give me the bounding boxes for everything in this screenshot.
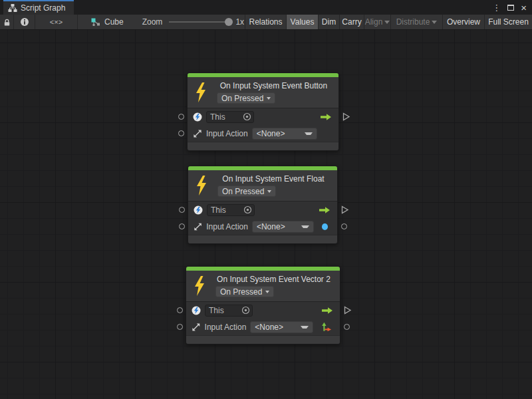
- event-type-dropdown[interactable]: On Pressed: [215, 286, 274, 297]
- input-action-icon: [194, 222, 202, 231]
- input-action-dropdown[interactable]: <None>: [252, 221, 314, 233]
- carry-button[interactable]: Carry: [339, 15, 364, 29]
- event-type-dropdown[interactable]: On Pressed: [217, 186, 276, 197]
- value-input-port[interactable]: [177, 324, 183, 330]
- event-bolt-icon: [194, 276, 205, 296]
- chevron-down-icon: [265, 291, 269, 293]
- zoom-value: 1x: [235, 17, 244, 27]
- chevron-down-icon: [384, 21, 390, 24]
- chevron-down-icon: [432, 21, 437, 24]
- input-action-row: Input Action <None>: [186, 319, 340, 335]
- object-picker-icon[interactable]: [243, 112, 251, 121]
- this-object-field[interactable]: This: [205, 305, 253, 317]
- window-menu-icon[interactable]: ⋮: [492, 3, 501, 12]
- code-view-button[interactable]: <×>: [35, 15, 78, 29]
- node-title: On Input System Event Float: [215, 174, 332, 184]
- distribute-button[interactable]: Distribute: [390, 15, 442, 29]
- graph-reference[interactable]: Cube: [91, 15, 124, 29]
- node-on-input-system-event-float[interactable]: On Input System Event Float On Pressed T…: [188, 166, 338, 244]
- control-output-port[interactable]: [340, 205, 349, 214]
- this-event-icon: [192, 306, 201, 315]
- overview-label: Overview: [447, 17, 480, 27]
- this-object-field[interactable]: This: [207, 204, 255, 216]
- node-on-input-system-event-vector2[interactable]: On Input System Event Vector 2 On Presse…: [186, 266, 340, 344]
- zoom-control: Zoom 1x: [142, 15, 244, 29]
- script-graph-window: Script Graph ⋮ × <×>: [0, 0, 532, 399]
- zoom-slider-handle[interactable]: [225, 18, 233, 26]
- chevron-down-icon: [301, 225, 309, 228]
- graph-canvas[interactable]: On Input System Event Button On Pressed …: [0, 30, 532, 399]
- this-field-value: This: [207, 205, 243, 215]
- align-button[interactable]: Align: [364, 15, 390, 29]
- full-screen-button[interactable]: Full Screen: [484, 15, 532, 29]
- target-row: This: [186, 302, 340, 319]
- dim-label: Dim: [322, 17, 336, 27]
- info-button[interactable]: [14, 15, 35, 29]
- node-header: On Input System Event Float On Pressed: [188, 170, 337, 201]
- control-output-port[interactable]: [342, 112, 350, 121]
- maximize-icon[interactable]: [507, 5, 514, 11]
- input-action-icon: [192, 323, 201, 332]
- chevron-down-icon: [301, 326, 309, 329]
- control-output-arrow-icon: [321, 307, 333, 315]
- this-field-value: This: [205, 306, 241, 315]
- event-type-value: On Pressed: [222, 187, 264, 196]
- tab-script-graph[interactable]: Script Graph: [3, 0, 74, 15]
- input-action-row: Input Action <None>: [188, 125, 338, 142]
- tab-bar: Script Graph ⋮ ×: [0, 0, 532, 15]
- node-header: On Input System Event Vector 2 On Presse…: [186, 271, 340, 302]
- relations-button[interactable]: Relations: [245, 15, 286, 29]
- control-output-port[interactable]: [343, 306, 352, 315]
- event-type-value: On Pressed: [220, 287, 262, 297]
- this-field-value: This: [207, 112, 243, 122]
- event-type-dropdown[interactable]: On Pressed: [217, 92, 275, 104]
- script-machine-icon: [91, 18, 100, 27]
- control-output-arrow-icon: [320, 113, 332, 121]
- control-input-port[interactable]: [178, 114, 184, 120]
- chevron-down-icon: [267, 190, 271, 193]
- event-bolt-icon: [196, 176, 207, 196]
- relations-label: Relations: [249, 17, 282, 27]
- chevron-down-icon: [267, 97, 271, 100]
- info-icon: [20, 17, 29, 27]
- this-event-icon: [194, 205, 203, 215]
- float-value-icon: [322, 223, 328, 230]
- object-picker-icon[interactable]: [243, 205, 252, 214]
- node-title: On Input System Event Vector 2: [213, 275, 334, 284]
- control-input-port[interactable]: [179, 207, 185, 213]
- toolbar-button-group: Relations Values Dim Carry Align Distrib…: [245, 15, 532, 29]
- chevron-down-icon: [305, 132, 313, 135]
- input-action-value: <None>: [253, 129, 285, 138]
- node-body: This: [188, 201, 337, 235]
- this-event-icon: [193, 112, 202, 122]
- float-value-output-port[interactable]: [341, 223, 347, 229]
- full-screen-label: Full Screen: [488, 17, 529, 27]
- values-label: Values: [291, 17, 315, 27]
- values-button[interactable]: Values: [286, 15, 318, 29]
- window-controls: ⋮ ×: [492, 0, 532, 15]
- node-title: On Input System Event Button: [214, 81, 333, 90]
- control-input-port[interactable]: [177, 307, 183, 313]
- graph-icon: [8, 3, 17, 13]
- input-action-row: Input Action <None>: [188, 218, 337, 235]
- node-on-input-system-event-button[interactable]: On Input System Event Button On Pressed …: [187, 72, 339, 151]
- vector2-value-output-port[interactable]: [344, 324, 350, 330]
- graph-reference-label: Cube: [104, 17, 124, 27]
- this-object-field[interactable]: This: [206, 111, 254, 123]
- value-input-port[interactable]: [178, 130, 184, 136]
- input-action-dropdown[interactable]: <None>: [250, 321, 313, 333]
- graph-toolbar: <×> Cube Zoom 1x Relations Values: [0, 15, 532, 30]
- node-body: This: [188, 108, 338, 142]
- control-output-arrow-icon: [319, 206, 331, 214]
- overview-button[interactable]: Overview: [442, 15, 484, 29]
- close-icon[interactable]: ×: [521, 3, 527, 13]
- distribute-label: Distribute: [396, 17, 430, 27]
- object-picker-icon[interactable]: [241, 306, 250, 315]
- zoom-slider-track[interactable]: [169, 21, 230, 23]
- input-action-dropdown[interactable]: <None>: [252, 128, 317, 140]
- dim-button[interactable]: Dim: [318, 15, 339, 29]
- lock-button[interactable]: [0, 15, 14, 29]
- event-type-value: On Pressed: [221, 94, 263, 103]
- align-label: Align: [365, 17, 383, 27]
- value-input-port[interactable]: [179, 223, 185, 229]
